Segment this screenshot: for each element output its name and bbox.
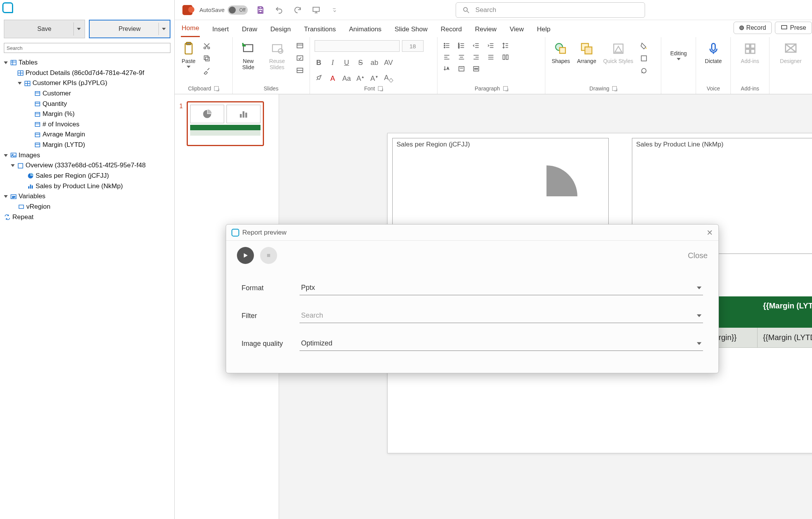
section-icon[interactable]	[295, 66, 305, 75]
font-family-select[interactable]	[315, 40, 400, 52]
smartart-button[interactable]	[472, 65, 481, 73]
tree-node-customer-kpis[interactable]: Customer KPIs (pJYPLG)	[4, 78, 173, 88]
tree-node-col-margin-lytd[interactable]: Margin (LYTD)	[4, 140, 173, 150]
text-direction-button[interactable]: A	[442, 65, 451, 73]
tab-record[interactable]: Record	[440, 22, 463, 37]
tab-home[interactable]: Home	[181, 21, 200, 37]
dialog-close-button[interactable]: Close	[688, 251, 708, 260]
tab-insert[interactable]: Insert	[211, 22, 230, 37]
filter-select[interactable]: Search	[300, 308, 703, 323]
editing-button[interactable]: Editing	[669, 40, 688, 61]
chevron-down-icon[interactable]	[162, 28, 166, 30]
dialog-close-x-button[interactable]: ✕	[705, 228, 715, 238]
record-button[interactable]: Record	[734, 22, 772, 34]
font-color-button[interactable]: A	[329, 75, 337, 83]
line-spacing-button[interactable]	[501, 42, 510, 49]
addins-button[interactable]: Add-ins	[739, 40, 761, 65]
grow-font-button[interactable]: A▲	[356, 75, 365, 83]
autosave-toggle[interactable]: AutoSave Off	[199, 5, 248, 15]
redo-icon[interactable]	[292, 4, 303, 16]
present-button[interactable]: Prese	[775, 22, 812, 34]
tree-node-col-quantity[interactable]: Quantity	[4, 99, 173, 109]
font-size-select[interactable]: 18	[402, 40, 424, 52]
qat-more-icon[interactable]	[329, 4, 340, 16]
tree-node-variables[interactable]: x= Variables	[4, 191, 173, 202]
thumbnail-1[interactable]: 1	[179, 101, 274, 146]
align-left-button[interactable]	[442, 53, 451, 61]
numbering-button[interactable]: 123	[457, 42, 466, 49]
tree-node-col-margin-pct[interactable]: Margin (%)	[4, 109, 173, 119]
designer-button[interactable]: Designer	[778, 40, 803, 65]
quick-styles-button[interactable]: Quick Styles	[602, 40, 635, 65]
stop-button[interactable]	[260, 247, 277, 264]
paste-button[interactable]: Paste	[179, 40, 198, 69]
toggle-switch[interactable]: Off	[228, 5, 248, 15]
reset-icon[interactable]	[295, 54, 305, 63]
quality-select[interactable]: Optimized	[300, 336, 703, 351]
tree-node-repeat[interactable]: Repeat	[4, 212, 173, 223]
tree-node-sales-product[interactable]: Sales by Product Line (NkMp)	[4, 181, 173, 192]
change-case-button[interactable]: Aa	[342, 75, 351, 83]
align-text-button[interactable]	[457, 65, 466, 73]
shadow-button[interactable]: ab	[370, 59, 379, 67]
indent-increase-button[interactable]	[486, 42, 495, 49]
tab-view[interactable]: View	[509, 22, 525, 37]
reuse-slides-button[interactable]: Reuse Slides	[263, 40, 291, 71]
cut-icon[interactable]	[202, 42, 212, 50]
tab-review[interactable]: Review	[474, 22, 497, 37]
bullets-button[interactable]	[442, 42, 451, 49]
dialog-launcher-icon[interactable]	[503, 86, 508, 91]
format-painter-icon[interactable]	[202, 66, 212, 75]
undo-icon[interactable]	[273, 4, 285, 16]
dialog-launcher-icon[interactable]	[612, 86, 617, 91]
align-right-button[interactable]	[472, 53, 481, 61]
save-button[interactable]: Save	[4, 20, 85, 38]
save-icon[interactable]	[255, 4, 266, 16]
shape-outline-icon[interactable]	[639, 54, 649, 63]
underline-button[interactable]: U	[342, 59, 351, 67]
shapes-button[interactable]: Shapes	[550, 40, 571, 65]
shrink-font-button[interactable]: A▼	[370, 75, 379, 83]
dialog-launcher-icon[interactable]	[214, 86, 219, 91]
tree-node-tables[interactable]: Tables	[4, 58, 173, 68]
tab-draw[interactable]: Draw	[241, 22, 258, 37]
tree-node-col-customer[interactable]: Customer	[4, 88, 173, 99]
tab-design[interactable]: Design	[270, 22, 292, 37]
present-from-start-icon[interactable]	[310, 4, 322, 16]
new-slide-button[interactable]: New Slide	[237, 40, 259, 71]
tree-node-vregion[interactable]: vRegion	[4, 202, 173, 212]
copy-icon[interactable]	[202, 54, 212, 63]
align-center-button[interactable]	[457, 53, 466, 61]
shape-effects-icon[interactable]	[639, 66, 649, 75]
tell-me-search[interactable]: Search	[456, 2, 645, 18]
tab-slideshow[interactable]: Slide Show	[394, 22, 428, 37]
italic-button[interactable]: I	[329, 59, 337, 67]
dialog-launcher-icon[interactable]	[378, 86, 383, 91]
indent-decrease-button[interactable]	[472, 42, 481, 49]
preview-button[interactable]: Preview	[89, 20, 171, 38]
tab-help[interactable]: Help	[536, 22, 551, 37]
tree-node-col-avg-margin[interactable]: Avrage Margin	[4, 129, 173, 140]
format-select[interactable]: Pptx	[300, 281, 703, 295]
tree-node-images[interactable]: Images	[4, 150, 173, 161]
strikethrough-button[interactable]: S	[356, 59, 365, 67]
sidebar-search-input[interactable]: Search	[4, 43, 170, 53]
bold-button[interactable]: B	[315, 59, 323, 67]
columns-button[interactable]	[501, 53, 510, 61]
tree-node-sales-region[interactable]: Sales per Region (jCFJJ)	[4, 171, 173, 181]
tab-animations[interactable]: Animations	[348, 22, 382, 37]
layout-icon[interactable]	[295, 42, 305, 50]
play-button[interactable]	[237, 247, 254, 264]
dictate-button[interactable]: Dictate	[703, 40, 723, 65]
shape-fill-icon[interactable]	[639, 42, 649, 50]
char-spacing-button[interactable]: AV	[384, 59, 393, 67]
tab-transitions[interactable]: Transitions	[303, 22, 337, 37]
highlight-button[interactable]	[315, 74, 323, 83]
clear-formatting-button[interactable]: A◇	[384, 74, 393, 83]
arrange-button[interactable]: Arrange	[575, 40, 598, 65]
tree-node-product-details[interactable]: Product Details (86c0d7d4-781e-427e-9f	[4, 68, 173, 78]
tree-node-col-invoices[interactable]: # of Invoices	[4, 119, 173, 130]
chevron-down-icon[interactable]	[77, 28, 81, 30]
justify-button[interactable]	[486, 53, 495, 61]
tree-node-overview[interactable]: Overview (3337e68d-c051-4f25-95e7-f48	[4, 160, 173, 171]
